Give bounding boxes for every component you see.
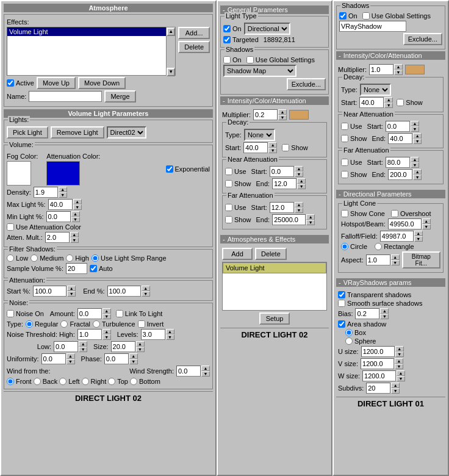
col2-decay-type-select[interactable]: None — [244, 129, 275, 141]
atten-mult-up[interactable]: ▲ — [70, 232, 79, 237]
volume-light-item[interactable]: Volume Light — [223, 262, 326, 273]
merge-button[interactable]: Merge — [104, 90, 135, 103]
invert-checkbox[interactable] — [138, 320, 145, 328]
col2-mult-up[interactable]: ▲ — [278, 109, 287, 115]
atten-mult-spinner[interactable]: ▲ ▼ — [45, 232, 79, 243]
use-atten-checkbox-label[interactable]: Use Attenuation Color — [7, 223, 81, 231]
atten-start-up[interactable]: ▲ — [67, 286, 76, 291]
col2-color-swatch[interactable] — [289, 110, 309, 120]
atten-end-down[interactable]: ▼ — [142, 291, 150, 297]
low-input[interactable] — [54, 341, 78, 352]
col2-far-start-input[interactable] — [270, 202, 294, 213]
light-type-select[interactable]: Directional — [244, 23, 290, 35]
setup-button[interactable]: Setup — [259, 312, 290, 325]
phase-down[interactable]: ▼ — [129, 359, 138, 364]
amount-up[interactable]: ▲ — [102, 308, 111, 314]
sample-volume-input[interactable] — [66, 263, 87, 274]
high-up[interactable]: ▲ — [102, 329, 111, 334]
link-to-light-checkbox[interactable] — [116, 310, 123, 317]
add-button[interactable]: Add... — [178, 27, 210, 39]
col3-decay-type-select[interactable]: None — [360, 84, 391, 96]
high-down[interactable]: ▼ — [102, 334, 111, 340]
max-light-input[interactable] — [48, 199, 73, 210]
noise-on-checkbox[interactable] — [7, 310, 14, 317]
bias-input[interactable] — [355, 308, 379, 319]
uniformity-down[interactable]: ▼ — [66, 359, 75, 364]
area-shadow-checkbox[interactable] — [338, 320, 345, 328]
col2-near-end-input[interactable] — [272, 178, 296, 189]
phase-up[interactable]: ▲ — [129, 353, 138, 359]
exponential-label[interactable]: Exponential — [166, 165, 210, 173]
atten-end-input[interactable] — [107, 286, 141, 297]
min-up[interactable]: ▲ — [71, 211, 80, 217]
min-down[interactable]: ▼ — [71, 217, 80, 222]
phase-input[interactable] — [104, 353, 129, 364]
u-size-input[interactable] — [361, 346, 395, 357]
uniformity-input[interactable] — [41, 353, 66, 364]
transparent-checkbox[interactable] — [338, 291, 345, 298]
levels-down[interactable]: ▼ — [166, 334, 174, 340]
fog-color-swatch[interactable] — [7, 161, 31, 186]
col3-shadow-type-input[interactable] — [339, 21, 406, 32]
col2-mult-down[interactable]: ▼ — [278, 115, 287, 120]
col2-far-end-input[interactable] — [272, 214, 306, 225]
density-down[interactable]: ▼ — [59, 192, 67, 198]
density-spinner[interactable]: ▲ ▼ — [34, 187, 67, 198]
effects-listbox[interactable]: Volume Light — [7, 27, 176, 76]
move-down-button[interactable]: Move Down — [78, 77, 126, 89]
uniformity-up[interactable]: ▲ — [66, 353, 75, 359]
density-input[interactable] — [34, 187, 58, 198]
smooth-checkbox[interactable] — [338, 300, 345, 307]
targeted-checkbox[interactable] — [223, 36, 231, 43]
subdivs-input[interactable] — [366, 383, 390, 394]
atten-mult-down[interactable]: ▼ — [70, 237, 79, 243]
atm-effects-listbox[interactable]: Volume Light — [222, 262, 327, 311]
active-checkbox-label[interactable]: Active — [7, 79, 34, 87]
shadows-on-checkbox[interactable] — [223, 56, 231, 63]
max-light-spinner[interactable]: ▲ ▼ — [48, 199, 82, 210]
atten-end-up[interactable]: ▲ — [142, 286, 150, 291]
shadow-type-select[interactable]: Shadow Map — [223, 65, 296, 77]
bitmap-fit-button[interactable]: Bitmap Fit... — [402, 251, 440, 269]
active-checkbox[interactable] — [7, 79, 14, 87]
remove-light-button[interactable]: Remove Light — [51, 126, 104, 139]
amount-input[interactable] — [77, 308, 102, 319]
light-on-checkbox[interactable] — [223, 25, 231, 32]
col3-exclude-button[interactable]: Exclude... — [403, 33, 442, 45]
use-global-checkbox[interactable] — [246, 56, 254, 63]
min-light-spinner[interactable]: ▲ ▼ — [46, 211, 80, 222]
size-input[interactable] — [111, 341, 135, 352]
col3-mult-up[interactable]: ▲ — [394, 64, 403, 70]
col3-near-end-input[interactable] — [388, 133, 412, 144]
levels-input[interactable] — [141, 329, 165, 340]
max-down[interactable]: ▼ — [73, 204, 82, 210]
size-down[interactable]: ▼ — [136, 347, 145, 352]
size-up[interactable]: ▲ — [136, 341, 145, 347]
atten-color-swatch[interactable] — [46, 161, 80, 186]
min-light-input[interactable] — [46, 211, 71, 222]
levels-up[interactable]: ▲ — [166, 329, 174, 334]
wind-strength-input[interactable] — [176, 366, 201, 377]
v-size-input[interactable] — [361, 358, 394, 369]
delete-button[interactable]: Delete — [178, 41, 210, 53]
col2-decay-start-input[interactable] — [243, 142, 268, 153]
col2-near-start-input[interactable] — [270, 166, 294, 177]
col2-multiplier-input[interactable] — [253, 109, 278, 120]
falloff-input[interactable] — [380, 231, 414, 242]
scroll-down-btn[interactable]: ▼ — [167, 68, 175, 76]
atten-start-input[interactable] — [33, 286, 66, 297]
hotspot-input[interactable] — [388, 218, 422, 229]
col3-far-end-input[interactable] — [388, 169, 412, 180]
wind-down[interactable]: ▼ — [201, 371, 210, 377]
col3-far-start-input[interactable] — [386, 157, 410, 168]
low-down[interactable]: ▼ — [79, 347, 87, 352]
wind-up[interactable]: ▲ — [201, 366, 210, 371]
col3-decay-start-input[interactable] — [359, 97, 384, 108]
light-select[interactable]: Direct02 — [107, 126, 146, 139]
density-up[interactable]: ▲ — [59, 187, 67, 192]
col3-mult-down[interactable]: ▼ — [394, 70, 403, 75]
atten-mult-input[interactable] — [45, 232, 70, 243]
low-up[interactable]: ▲ — [79, 341, 87, 347]
col2-exclude-button[interactable]: Exclude... — [287, 78, 326, 90]
effects-item[interactable]: Volume Light — [7, 27, 175, 36]
